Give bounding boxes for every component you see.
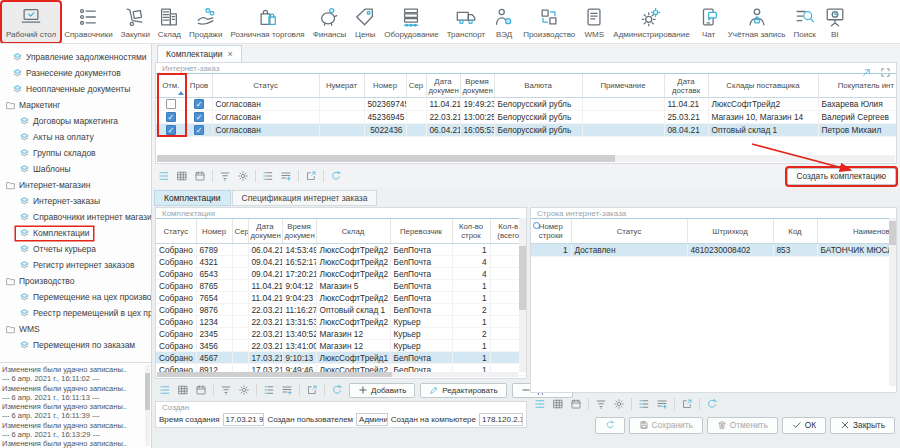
open-window-icon[interactable] <box>303 168 319 184</box>
checkbox[interactable]: ✓ <box>166 125 176 135</box>
open-window-icon[interactable] <box>304 382 320 398</box>
table-row[interactable]: Собрано765411.04.219:04:23ЛюксСофтТрейд2… <box>156 292 526 304</box>
column-header[interactable]: Дата докумен <box>248 219 282 244</box>
sidebar-item[interactable]: Управление задолженностями <box>0 49 151 65</box>
table-view-icon[interactable] <box>175 382 191 398</box>
checkbox[interactable] <box>166 99 176 109</box>
vertical-scrollbar[interactable] <box>519 218 526 372</box>
refresh-button[interactable] <box>595 417 625 434</box>
table-row[interactable]: ✓✓Согласован502243606.04.2116:05:53Белор… <box>156 124 896 137</box>
add-button[interactable]: Добавить <box>349 383 415 398</box>
sidebar-item[interactable]: Группы складов <box>0 145 151 161</box>
table-row[interactable]: Собрано987622.03.2111:16:27Оптовый склад… <box>156 304 526 316</box>
sidebar-item[interactable]: Комплектации <box>0 225 151 241</box>
ok-button[interactable]: ОК <box>782 417 826 434</box>
toolbar-item-equipment[interactable]: Оборудование <box>380 2 442 42</box>
sidebar-item[interactable]: WMS <box>0 321 151 337</box>
filter-icon[interactable] <box>593 396 609 412</box>
tab-specification[interactable]: Спецификация интернет заказа <box>232 190 378 206</box>
table-row[interactable]: Собрано234522.03.2113:40:52Магазин 12Кур… <box>156 328 526 340</box>
table-row[interactable]: Собрано432109.04.2116:52:17ЛюксСофтТрейд… <box>156 256 526 268</box>
sidebar-item[interactable]: Разнесение документов <box>0 65 151 81</box>
toolbar-item-account[interactable]: Учётная запись <box>724 2 790 42</box>
field-value[interactable]: Администра <box>356 413 388 426</box>
sidebar-item[interactable]: Перемещение на цех производства <box>0 289 151 305</box>
column-header[interactable]: Код <box>773 219 817 244</box>
column-header[interactable]: Наименова <box>817 219 896 244</box>
sidebar-item[interactable]: Интернет-заказы <box>0 193 151 209</box>
toolbar-item-purchases[interactable]: Закупки <box>117 2 154 42</box>
column-header[interactable]: Номер <box>196 219 232 244</box>
column-header[interactable]: Кол-во строк <box>452 219 490 244</box>
list-view-icon[interactable] <box>532 396 548 412</box>
table-row[interactable]: Собрано456717.03.219:10:13ЛюксСофтТрейд1… <box>156 352 526 364</box>
column-header[interactable]: Покупатель инт <box>818 74 896 98</box>
sidebar-item[interactable]: Отчеты курьера <box>0 241 151 257</box>
calendar-view-icon[interactable] <box>568 396 584 412</box>
column-header[interactable]: Статус <box>571 219 687 244</box>
table-row[interactable]: Собрано876511.04.219:04:12Магазин 5БелПо… <box>156 280 526 292</box>
list-view-icon[interactable] <box>157 382 173 398</box>
tab-komplektacii-detail[interactable]: Комплектации <box>154 190 231 206</box>
open-window-icon[interactable] <box>679 396 695 412</box>
table-view-icon[interactable] <box>174 168 190 184</box>
refresh-icon[interactable] <box>704 396 720 412</box>
toolbar-item-ved[interactable]: ВЭД <box>489 2 519 42</box>
column-header[interactable]: Сер <box>232 219 248 244</box>
toolbar-item-finance[interactable]: Финансы <box>309 2 351 42</box>
toolbar-item-references[interactable]: Справочники <box>60 2 116 42</box>
toolbar-item-search[interactable]: Поиск <box>790 2 820 42</box>
column-header[interactable]: Дата докумен <box>426 74 460 98</box>
toolbar-item-warehouse[interactable]: Склад <box>154 2 185 42</box>
cancel-button[interactable]: Отменить <box>707 417 778 434</box>
column-header[interactable]: Сер <box>406 74 426 98</box>
toolbar-item-bi[interactable]: BI <box>820 2 850 42</box>
table-row[interactable]: Собрано654309.04.2117:20:21ЛюксСофтТрейд… <box>156 268 526 280</box>
column-header[interactable]: Время докумен <box>282 219 316 244</box>
calendar-view-icon[interactable] <box>193 382 209 398</box>
edit-button[interactable]: Редактировать <box>420 383 506 398</box>
toolbar-item-chat[interactable]: Чат <box>694 2 724 42</box>
list-view-icon[interactable] <box>156 168 172 184</box>
vertical-scrollbar[interactable] <box>889 218 896 386</box>
sidebar-item[interactable]: Перемещения по заказам <box>0 337 151 353</box>
checkbox[interactable]: ✓ <box>194 99 204 109</box>
toolbar-item-sales[interactable]: Продажи <box>185 2 226 42</box>
numbered-list-icon[interactable] <box>261 382 277 398</box>
gear-icon[interactable] <box>611 396 627 412</box>
column-header[interactable]: Склад <box>316 219 390 244</box>
sidebar-item[interactable]: Неоплаченные документы <box>0 81 151 97</box>
column-header[interactable]: Отм. <box>156 74 186 98</box>
column-header[interactable]: Дата доставк <box>664 74 708 98</box>
checkbox[interactable]: ✓ <box>194 125 204 135</box>
horizontal-scrollbar[interactable] <box>157 155 895 162</box>
table-row[interactable]: 1Доставлен4810230008402853БАТОНЧИК МЮСЛИ… <box>531 244 896 257</box>
toolbar-item-desktop[interactable]: Рабочий стол <box>2 2 60 42</box>
toolbar-item-retail[interactable]: Розничная торговля <box>226 2 308 42</box>
filter-icon[interactable] <box>217 168 233 184</box>
calendar-view-icon[interactable] <box>192 168 208 184</box>
add-row-icon[interactable] <box>654 396 670 412</box>
toolbar-item-transport[interactable]: Транспорт <box>443 2 489 42</box>
checkbox[interactable]: ✓ <box>166 112 176 122</box>
column-header[interactable]: Статус <box>156 219 196 244</box>
column-header[interactable]: Статус <box>212 74 319 98</box>
table-row[interactable]: Собрано123422.03.2113:31:53ЛюксСофтТрейд… <box>156 316 526 328</box>
field-value[interactable]: 178.120.2.11 <box>479 413 523 426</box>
table-view-icon[interactable] <box>550 396 566 412</box>
sidebar-item[interactable]: Акты на оплату <box>0 129 151 145</box>
numbered-list-icon[interactable] <box>260 168 276 184</box>
table-row[interactable]: ✓Согласован50236974511.04.2119:49:23Бело… <box>156 98 896 111</box>
toolbar-item-wms[interactable]: WMS <box>579 2 609 42</box>
add-row-icon[interactable] <box>279 382 295 398</box>
table-row[interactable]: Собрано345622.03.2113:41:00Магазин 12Кур… <box>156 340 526 352</box>
refresh-icon[interactable] <box>329 382 345 398</box>
log-scrollbar[interactable] <box>145 365 150 446</box>
column-header[interactable]: Номер <box>364 74 406 98</box>
sidebar-item[interactable]: Реестр перемещений в цех производ <box>0 305 151 321</box>
sidebar-item[interactable]: Интернет-магазин <box>0 177 151 193</box>
table-row[interactable]: Собрано678906.04.2114:53:49ЛюксСофтТрейд… <box>156 244 526 256</box>
column-header[interactable]: Пров <box>186 74 212 98</box>
column-header[interactable]: Время докумен <box>460 74 494 98</box>
tab-komplektacii[interactable]: Комплектации × <box>157 45 242 62</box>
